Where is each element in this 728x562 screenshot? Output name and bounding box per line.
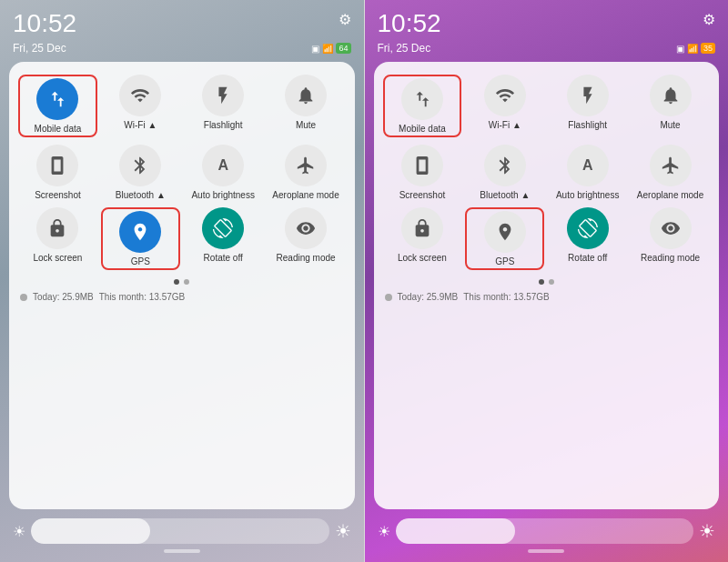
left-network-icon: 📶 (322, 44, 333, 54)
right-brightness-high-icon: ☀ (699, 520, 715, 542)
right-icons-grid: Mobile data Wi-Fi ▲ Flashlight Mute (383, 75, 711, 270)
right-auto-brightness-item[interactable]: A Auto brightness (548, 145, 627, 200)
left-rotate-off-icon (202, 207, 244, 249)
right-screenshot-item[interactable]: Screenshot (383, 145, 462, 200)
left-mobile-data-icon (36, 78, 78, 120)
right-mute-icon (650, 75, 692, 116)
left-flashlight-icon (202, 75, 244, 116)
right-date: Fri, 25 Dec (378, 42, 431, 55)
right-lock-screen-label: Lock screen (398, 253, 447, 263)
right-gps-label: GPS (495, 256, 514, 266)
left-auto-brightness-label: Auto brightness (191, 190, 255, 200)
left-gps-item[interactable]: GPS (101, 207, 180, 270)
right-flashlight-item[interactable]: Flashlight (548, 75, 627, 137)
left-auto-brightness-item[interactable]: A Auto brightness (184, 145, 263, 200)
left-date-row: Fri, 25 Dec ▣ 📶 64 (9, 42, 355, 55)
left-status-bar: 10:52 ⚙ (9, 11, 355, 36)
left-brightness-track[interactable] (31, 518, 329, 544)
right-brightness-track[interactable] (396, 518, 694, 544)
right-signal-icon: ▣ (676, 44, 684, 54)
left-screenshot-item[interactable]: Screenshot (18, 145, 97, 200)
left-wifi-icon (119, 75, 161, 116)
left-bluetooth-label: Bluetooth ▲ (116, 190, 166, 200)
left-flashlight-item[interactable]: Flashlight (184, 75, 263, 137)
left-phone-panel: 10:52 ⚙ Fri, 25 Dec ▣ 📶 64 Mobile data W… (0, 0, 364, 562)
right-reading-mode-label: Reading mode (641, 253, 700, 263)
left-gps-label: GPS (131, 256, 150, 266)
right-date-row: Fri, 25 Dec ▣ 📶 35 (374, 42, 720, 55)
left-mute-icon (285, 75, 327, 116)
right-mobile-data-icon (401, 78, 443, 120)
left-screenshot-label: Screenshot (35, 190, 81, 200)
left-mute-item[interactable]: Mute (267, 75, 346, 137)
left-icons-grid: Mobile data Wi-Fi ▲ Flashlight Mute (18, 75, 346, 270)
right-auto-brightness-label: Auto brightness (556, 190, 620, 200)
right-flashlight-label: Flashlight (568, 120, 607, 130)
right-bluetooth-icon (484, 145, 526, 186)
right-rotate-off-icon (567, 207, 609, 249)
left-aeroplane-label: Aeroplane mode (272, 190, 339, 200)
left-aeroplane-item[interactable]: Aeroplane mode (267, 145, 346, 200)
right-gear-icon[interactable]: ⚙ (703, 11, 715, 28)
right-mobile-data-label: Mobile data (399, 124, 446, 134)
right-mute-item[interactable]: Mute (631, 75, 710, 137)
left-screenshot-icon (36, 145, 78, 186)
right-status-bar: 10:52 ⚙ (374, 11, 720, 36)
left-auto-brightness-icon: A (202, 145, 244, 186)
right-data-today: Today: 25.9MB (398, 292, 459, 302)
right-reading-mode-item[interactable]: Reading mode (631, 207, 710, 270)
left-bluetooth-item[interactable]: Bluetooth ▲ (101, 145, 180, 200)
right-wifi-item[interactable]: Wi-Fi ▲ (465, 75, 544, 137)
right-brightness-row[interactable]: ☀ ☀ (374, 518, 720, 544)
left-brightness-row[interactable]: ☀ ☀ (9, 518, 355, 544)
right-reading-mode-icon (650, 207, 692, 249)
left-brightness-low-icon: ☀ (13, 523, 25, 540)
left-status-icons: ▣ 📶 64 (311, 43, 350, 54)
right-phone-panel: 10:52 ⚙ Fri, 25 Dec ▣ 📶 35 Mobile data W… (365, 0, 729, 562)
right-mute-label: Mute (660, 120, 680, 130)
left-rotate-off-label: Rotate off (204, 253, 243, 263)
right-aeroplane-label: Aeroplane mode (637, 190, 703, 200)
right-wifi-icon (484, 75, 526, 116)
right-aeroplane-item[interactable]: Aeroplane mode (631, 145, 710, 200)
left-reading-mode-label: Reading mode (277, 253, 336, 263)
right-lock-screen-icon (401, 207, 443, 249)
left-mobile-data-label: Mobile data (35, 124, 82, 134)
left-rotate-off-item[interactable]: Rotate off (184, 207, 263, 270)
left-wifi-item[interactable]: Wi-Fi ▲ (101, 75, 180, 137)
left-gear-icon[interactable]: ⚙ (339, 11, 351, 28)
left-time: 10:52 (13, 11, 76, 36)
right-bluetooth-label: Bluetooth ▲ (480, 190, 530, 200)
left-flashlight-label: Flashlight (204, 120, 243, 130)
left-gps-icon (119, 211, 161, 253)
right-status-icons: ▣ 📶 35 (676, 43, 715, 54)
left-data-month: This month: 13.57GB (99, 292, 186, 302)
left-mobile-data-item[interactable]: Mobile data (18, 75, 97, 137)
right-dot-1 (539, 279, 544, 285)
right-flashlight-icon (567, 75, 609, 116)
left-date: Fri, 25 Dec (13, 42, 66, 55)
right-gps-item[interactable]: GPS (465, 207, 544, 270)
right-brightness-fill (396, 518, 515, 544)
left-lock-screen-icon (36, 207, 78, 249)
right-network-icon: 📶 (687, 44, 698, 54)
left-bluetooth-icon (119, 145, 161, 186)
right-aeroplane-icon (650, 145, 692, 186)
right-time: 10:52 (378, 11, 441, 36)
right-quick-panel: Mobile data Wi-Fi ▲ Flashlight Mute (374, 62, 720, 509)
left-signal-icon: ▣ (311, 44, 319, 54)
left-dots (18, 279, 346, 285)
right-data-dot (385, 294, 392, 301)
left-lock-screen-label: Lock screen (33, 253, 82, 263)
left-reading-mode-item[interactable]: Reading mode (267, 207, 346, 270)
right-rotate-off-item[interactable]: Rotate off (548, 207, 627, 270)
left-lock-screen-item[interactable]: Lock screen (18, 207, 97, 270)
right-mobile-data-item[interactable]: Mobile data (383, 75, 462, 137)
right-auto-brightness-icon: A (567, 145, 609, 186)
left-aeroplane-icon (285, 145, 327, 186)
left-data-usage: Today: 25.9MB This month: 13.57GB (18, 292, 346, 302)
left-wifi-label: Wi-Fi ▲ (124, 120, 157, 130)
left-brightness-fill (31, 518, 150, 544)
right-lock-screen-item[interactable]: Lock screen (383, 207, 462, 270)
right-bluetooth-item[interactable]: Bluetooth ▲ (465, 145, 544, 200)
